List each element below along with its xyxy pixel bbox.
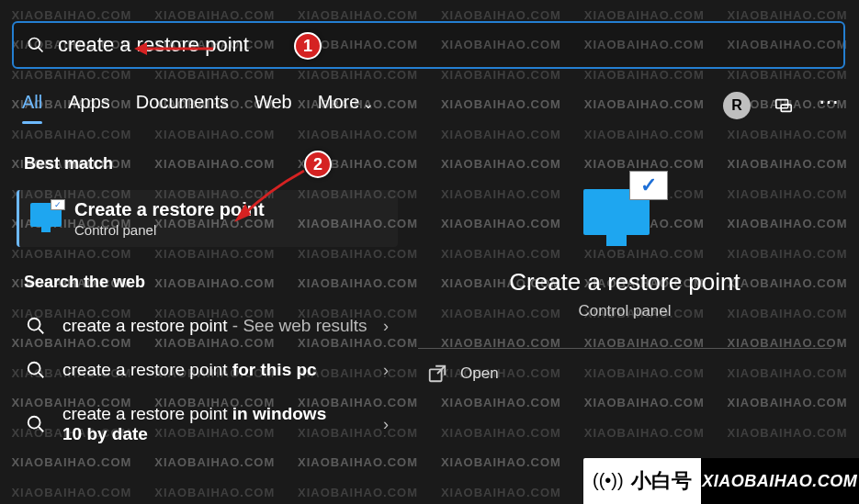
screen-snip-icon[interactable] [771,93,797,118]
svg-point-4 [28,319,40,330]
tab-more[interactable]: More⌄ [318,92,375,122]
brand-cn-text: 小白号 [631,467,692,495]
restore-point-large-icon: ✓ [583,173,666,246]
web-result-label: create a restore point for this pc [62,360,317,380]
preview-title: Create a restore point [509,268,740,297]
search-icon [26,360,46,380]
svg-point-8 [28,417,40,429]
brand-bar: ((•)) 小白号 XIAOBAIHAO.COM [583,458,859,504]
svg-line-9 [39,427,43,431]
svg-rect-2 [776,100,788,108]
open-label: Open [460,364,499,383]
preview-subtitle: Control panel [578,302,671,320]
chevron-right-icon[interactable]: › [383,415,389,434]
restore-point-icon: ✓ [30,203,62,234]
chevron-right-icon[interactable]: › [383,361,389,380]
tab-web[interactable]: Web [254,92,292,122]
svg-line-7 [39,373,43,377]
search-web-heading: Search the web [17,273,398,292]
chevron-right-icon[interactable]: › [383,317,389,336]
open-action[interactable]: Open [418,349,831,384]
svg-point-0 [29,39,40,50]
brand-domain: XIAOBAIHAO.COM [701,458,859,504]
tab-apps[interactable]: Apps [68,92,110,122]
tab-all[interactable]: All [22,92,42,122]
web-result-label: create a restore point in windows 10 by … [62,404,338,444]
more-options-icon[interactable]: ⋯ [817,89,842,115]
web-result[interactable]: create a restore point in windows 10 by … [17,397,398,452]
svg-marker-12 [234,204,251,222]
svg-point-6 [28,363,40,375]
web-result-label: create a restore point - See web results [62,316,367,336]
search-icon [27,36,45,54]
best-match-result[interactable]: ✓ Create a restore point Control panel [17,190,398,247]
wifi-icon: ((•)) [593,470,624,491]
search-icon [26,414,46,434]
chevron-down-icon: ⌄ [363,96,374,111]
user-avatar[interactable]: R [723,92,751,119]
preview-panel: ✓ Create a restore point Control panel O… [418,154,831,384]
tab-documents[interactable]: Documents [136,92,229,122]
svg-marker-11 [134,42,147,55]
open-icon [427,364,447,384]
search-icon [26,316,46,336]
svg-line-5 [39,329,43,333]
web-result[interactable]: create a restore point for this pc › [17,353,398,387]
filter-tabs: All Apps Documents Web More⌄ [22,92,374,122]
web-result[interactable]: create a restore point - See web results… [17,308,398,343]
best-match-heading: Best match [17,154,398,174]
svg-line-1 [39,48,43,52]
